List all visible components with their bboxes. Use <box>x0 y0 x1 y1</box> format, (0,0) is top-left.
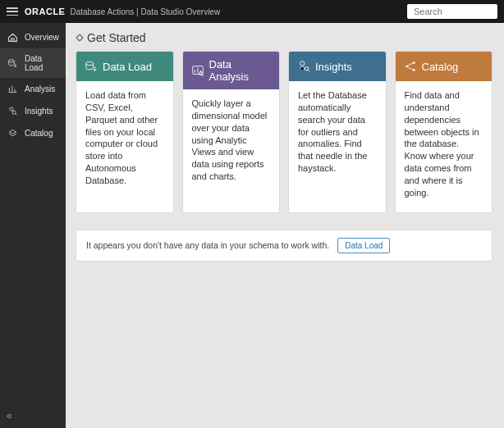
sidebar-item-overview[interactable]: Overview <box>0 26 66 48</box>
data-load-button[interactable]: Data Load <box>337 238 390 253</box>
card-title: Data Load <box>103 61 152 73</box>
svg-point-6 <box>300 61 305 66</box>
search-input[interactable] <box>407 4 497 19</box>
sidebar-item-catalog[interactable]: Catalog <box>0 122 66 144</box>
insights-icon <box>7 106 18 116</box>
card-body: Find data and understand dependencies be… <box>396 81 493 212</box>
sidebar-item-label: Insights <box>25 107 53 116</box>
page-title-text: Get Started <box>87 31 146 44</box>
notice-text: It appears you don't have any data in yo… <box>86 240 329 250</box>
card-body: Quickly layer a dimensional model over y… <box>183 89 280 212</box>
sidebar-item-label: Data Load <box>25 54 58 72</box>
svg-point-0 <box>9 59 15 61</box>
breadcrumb: Database Actions | Data Studio Overview <box>70 7 220 16</box>
sidebar-item-data-load[interactable]: Data Load <box>0 48 66 78</box>
card-body: Let the Database automatically search yo… <box>289 81 386 212</box>
data-load-icon <box>85 60 98 73</box>
analysis-icon <box>191 64 204 77</box>
sidebar: Overview Data Load Analysis Insights Cat <box>0 23 66 428</box>
sidebar-item-label: Analysis <box>25 84 55 93</box>
sidebar-item-insights[interactable]: Insights <box>0 100 66 122</box>
sidebar-item-label: Overview <box>25 33 59 42</box>
card-header: Catalog <box>396 52 493 81</box>
sidebar-item-label: Catalog <box>25 129 53 138</box>
main-content: Get Started Data Load Load data from CSV… <box>66 23 504 428</box>
catalog-icon <box>404 60 417 73</box>
svg-point-3 <box>86 61 94 65</box>
card-catalog[interactable]: Catalog Find data and understand depende… <box>395 51 493 213</box>
cards-row: Data Load Load data from CSV, Excel, Par… <box>76 51 493 213</box>
collapse-sidebar-icon[interactable]: « <box>7 410 12 421</box>
card-header: Data Load <box>76 52 173 81</box>
card-data-analysis[interactable]: Data Analysis Quickly layer a dimensiona… <box>182 51 281 213</box>
brand-logo: ORACLE <box>25 7 65 16</box>
top-bar: ORACLE Database Actions | Data Studio Ov… <box>0 0 504 23</box>
insights-icon <box>297 60 310 73</box>
page-title: Get Started <box>76 31 493 44</box>
catalog-icon <box>7 128 18 139</box>
menu-icon[interactable] <box>7 7 18 16</box>
card-insights[interactable]: Insights Let the Database automatically … <box>288 51 387 213</box>
card-data-load[interactable]: Data Load Load data from CSV, Excel, Par… <box>76 51 174 213</box>
empty-schema-notice: It appears you don't have any data in yo… <box>76 230 493 262</box>
svg-point-7 <box>305 66 308 70</box>
card-title: Data Analysis <box>209 58 272 83</box>
card-header: Data Analysis <box>183 52 280 89</box>
home-icon <box>7 32 18 43</box>
card-header: Insights <box>289 52 386 81</box>
analysis-icon <box>7 84 18 94</box>
card-title: Insights <box>315 61 352 73</box>
data-load-icon <box>7 58 18 69</box>
svg-point-2 <box>12 111 16 114</box>
svg-point-1 <box>10 107 13 111</box>
card-title: Catalog <box>422 61 459 73</box>
card-body: Load data from CSV, Excel, Parquet and o… <box>76 81 173 212</box>
sidebar-item-analysis[interactable]: Analysis <box>0 78 66 100</box>
expand-icon[interactable] <box>76 34 84 42</box>
